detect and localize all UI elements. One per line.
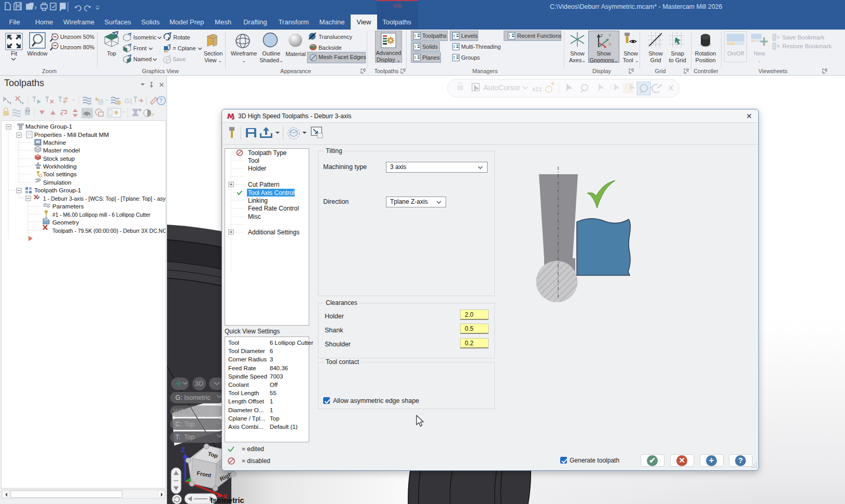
svg-text:Toolpath Type: Toolpath Type	[248, 149, 287, 157]
svg-text:Y: Y	[608, 33, 612, 38]
svg-text:Toolpath - 79.5K (00:00:00) -: Toolpath - 79.5K (00:00:00) - Deburr 3X …	[52, 227, 165, 234]
svg-text:Z: Z	[181, 446, 185, 454]
svg-text:x‡z: x‡z	[532, 86, 542, 93]
svg-text:X: X	[608, 42, 612, 47]
svg-text:1 - Deburr 3-axis - [WCS: Top]: 1 - Deburr 3-axis - [WCS: Top] - [Tplane…	[43, 195, 165, 202]
svg-text:Top: Top	[192, 408, 203, 415]
svg-text:G1: G1	[124, 97, 133, 105]
svg-text:Machine: Machine	[43, 139, 66, 146]
svg-text:?: ?	[159, 97, 162, 104]
svg-text:Linking: Linking	[248, 197, 268, 204]
svg-text:Parameters: Parameters	[52, 203, 84, 209]
svg-text:Misc: Misc	[248, 213, 261, 220]
svg-text:Tool: Tool	[248, 157, 259, 164]
svg-text:AutoCursor: AutoCursor	[483, 83, 520, 92]
svg-text:3D: 3D	[195, 380, 203, 387]
svg-text:T:: T:	[175, 433, 181, 441]
svg-text:#1 - M6.00 Lollipop mill - 6 L: #1 - M6.00 Lollipop mill - 6 Lollipop Cu…	[52, 211, 150, 218]
svg-text:Master model: Master model	[43, 147, 80, 153]
svg-text:C:: C:	[175, 421, 182, 428]
svg-text:Isometric: Isometric	[211, 496, 244, 504]
svg-text:Toolpath Group-1: Toolpath Group-1	[34, 187, 81, 193]
svg-text:Cut Pattern: Cut Pattern	[248, 181, 280, 188]
svg-text:Tool Axis Control: Tool Axis Control	[248, 189, 294, 197]
svg-text:Geometry: Geometry	[52, 219, 79, 226]
svg-text:Additional Settings: Additional Settings	[248, 229, 299, 236]
svg-text:Holder: Holder	[248, 165, 266, 172]
svg-text:Isometric: Isometric	[184, 394, 211, 401]
svg-text:Tool settings: Tool settings	[43, 171, 77, 177]
svg-text:Machine Group-1: Machine Group-1	[25, 123, 72, 130]
svg-text:WCS:: WCS:	[173, 408, 190, 415]
svg-text:Top: Top	[184, 433, 195, 441]
svg-text:Properties - Mill Default MM: Properties - Mill Default MM	[34, 131, 109, 138]
svg-text:Z: Z	[600, 33, 603, 38]
svg-text:Simulation: Simulation	[43, 179, 72, 186]
svg-text:Stock setup: Stock setup	[43, 155, 75, 162]
svg-text:Workholding: Workholding	[43, 163, 77, 170]
svg-text:G:: G:	[175, 394, 182, 401]
svg-text:Top: Top	[184, 421, 195, 428]
svg-text:Feed Rate Control: Feed Rate Control	[248, 205, 299, 212]
